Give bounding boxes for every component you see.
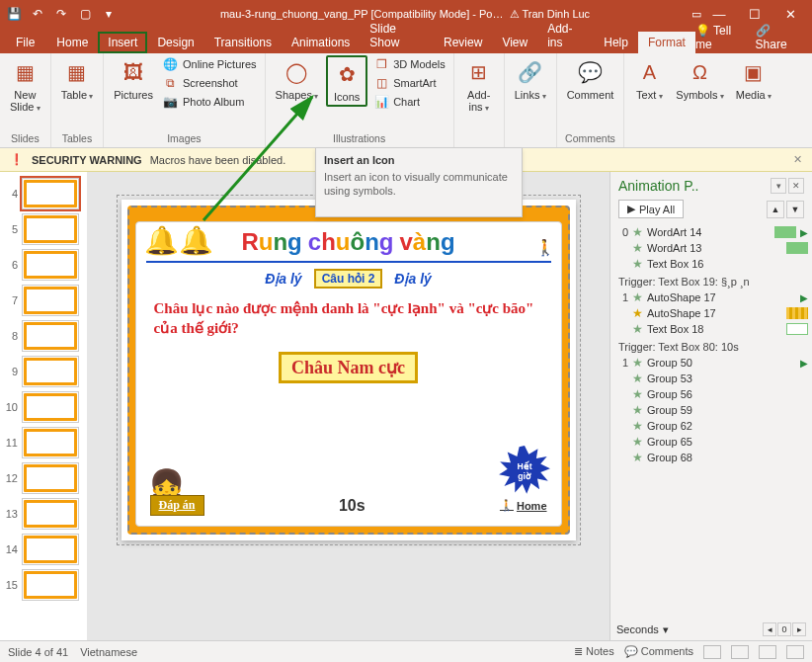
slide-divider (146, 261, 551, 263)
thumbnail-slide-14[interactable]: 14 (0, 532, 87, 567)
thumbnail-slide-11[interactable]: 11 (0, 425, 87, 460)
tab-addins[interactable]: Add-ins (537, 18, 594, 53)
screenshot-button[interactable]: ⧉Screenshot (161, 74, 259, 92)
thumbnail-slide-4[interactable]: 4 (0, 176, 87, 211)
addins-button[interactable]: ⊞Add- ins (460, 55, 498, 117)
new-slide-button[interactable]: ▦New Slide (6, 55, 44, 117)
text-button[interactable]: AText (630, 55, 668, 105)
undo-icon[interactable]: ↶ (28, 4, 47, 24)
icons-tooltip: Insert an Icon Insert an icon to visuall… (315, 148, 523, 217)
animation-item[interactable]: ★AutoShape 17 (618, 305, 808, 321)
3d-models-button[interactable]: ❒3D Models (371, 55, 447, 73)
group-label-text (630, 130, 775, 147)
thumbnail-slide-15[interactable]: 15 (0, 567, 87, 603)
thumbnail-slide-9[interactable]: 9 (0, 354, 87, 389)
slideshow-view-button[interactable] (786, 645, 804, 659)
links-button[interactable]: 🔗Links (511, 55, 550, 105)
icons-button[interactable]: ✿Icons (326, 55, 367, 107)
notes-button[interactable]: ≣ Notes (574, 645, 614, 658)
animation-item[interactable]: 0★WordArt 14▶ (618, 224, 808, 240)
tab-home[interactable]: Home (46, 32, 98, 53)
animation-item[interactable]: ★Group 62 (618, 418, 808, 434)
svg-text:Hết: Hết (517, 460, 531, 471)
reading-view-button[interactable] (759, 645, 776, 659)
time-up-starburst: Hết giờ (498, 445, 551, 498)
slide-canvas[interactable]: 🔔🔔 🚶 Rung chuông vàng Địa lý Câu hỏi 2 Đ… (122, 200, 576, 540)
ribbon-display-icon[interactable]: ▭ (691, 8, 701, 21)
group-label-tables: Tables (57, 130, 98, 147)
sorter-view-button[interactable] (731, 645, 749, 659)
tab-file[interactable]: File (4, 32, 46, 53)
photo-album-button[interactable]: 📷Photo Album (161, 93, 259, 111)
move-down-button[interactable]: ▼ (786, 201, 804, 218)
thumbnail-slide-5[interactable]: 5 (0, 211, 87, 247)
security-warning-label: SECURITY WARNING (32, 154, 142, 166)
thumbnail-slide-12[interactable]: 12 (0, 460, 87, 496)
qat-more-icon[interactable]: ▾ (99, 4, 119, 24)
animation-item[interactable]: 1★Group 50▶ (618, 355, 808, 371)
slide-footer: Đáp án 10s 🚶Home (150, 495, 547, 516)
animation-list[interactable]: 0★WordArt 14▶★WordArt 13★Text Box 16Trig… (610, 222, 812, 619)
tell-me-button[interactable]: 💡 Tell me (695, 24, 746, 51)
tl-next[interactable]: ▸ (792, 622, 806, 636)
table-button[interactable]: ▦Table (57, 55, 98, 105)
thumbnail-slide-13[interactable]: 13 (0, 496, 87, 532)
animation-item[interactable]: ★Text Box 16 (618, 256, 808, 272)
animation-item[interactable]: ★WordArt 13 (618, 240, 808, 256)
tab-format[interactable]: Format (638, 32, 695, 53)
tab-design[interactable]: Design (147, 32, 203, 53)
symbols-button[interactable]: ΩSymbols (672, 55, 727, 105)
tab-insert[interactable]: Insert (98, 32, 147, 53)
chart-button[interactable]: 📊Chart (371, 93, 447, 111)
redo-icon[interactable]: ↷ (51, 4, 71, 24)
media-button[interactable]: ▣Media (732, 55, 775, 105)
animation-item[interactable]: ★Group 68 (618, 450, 808, 465)
comments-button[interactable]: 💬 Comments (624, 645, 693, 658)
security-close-button[interactable]: ✕ (793, 153, 802, 166)
online-pictures-button[interactable]: 🌐Online Pictures (161, 55, 259, 73)
tab-view[interactable]: View (492, 32, 537, 53)
tab-transitions[interactable]: Transitions (204, 32, 282, 53)
animation-item[interactable]: ★Group 59 (618, 402, 808, 418)
smartart-button[interactable]: ◫SmartArt (371, 74, 447, 92)
animation-item[interactable]: 1★AutoShape 17▶ (618, 290, 808, 305)
tl-prev[interactable]: ◂ (763, 622, 776, 636)
thumbnail-slide-10[interactable]: 10 (0, 389, 87, 425)
pictures-button[interactable]: 🖼Pictures (110, 55, 157, 103)
animation-item[interactable]: ★Group 56 (618, 386, 808, 402)
slide-subtitle: Địa lý Câu hỏi 2 Địa lý (136, 269, 561, 289)
slide-editor[interactable]: 🔔🔔 🚶 Rung chuông vàng Địa lý Câu hỏi 2 Đ… (87, 172, 609, 640)
thumbnail-slide-7[interactable]: 7 (0, 283, 87, 318)
group-label-images: Images (110, 130, 258, 147)
slideshow-icon[interactable]: ▢ (75, 4, 95, 24)
language-indicator[interactable]: Vietnamese (80, 646, 137, 658)
animation-timeline-footer: Seconds ▾ ◂0▸ (610, 619, 812, 640)
tab-animations[interactable]: Animations (282, 32, 360, 53)
tab-help[interactable]: Help (594, 32, 638, 53)
normal-view-button[interactable] (703, 645, 721, 659)
share-button[interactable]: 🔗 Share (756, 24, 800, 51)
slide-counter[interactable]: Slide 4 of 41 (8, 646, 68, 658)
group-images: 🖼Pictures 🌐Online Pictures ⧉Screenshot 📷… (104, 53, 265, 147)
tab-review[interactable]: Review (434, 32, 492, 53)
save-icon[interactable]: 💾 (4, 4, 24, 24)
pane-close-button[interactable]: ✕ (788, 178, 804, 194)
tab-slideshow[interactable]: Slide Show (360, 18, 434, 53)
security-warning-bar: ❗ SECURITY WARNING Macros have been disa… (0, 148, 812, 172)
comment-button[interactable]: 💬Comment (563, 55, 618, 103)
stickman-icon: 🚶 (535, 238, 555, 257)
shapes-button[interactable]: ◯Shapes (272, 55, 323, 105)
animation-item[interactable]: ★Group 53 (618, 371, 808, 386)
pane-options-button[interactable]: ▾ (771, 178, 786, 194)
animation-item[interactable]: ★Text Box 18 (618, 321, 808, 337)
home-button[interactable]: 🚶Home (500, 499, 547, 512)
animation-item[interactable]: ★Group 65 (618, 434, 808, 450)
quick-access-toolbar: 💾 ↶ ↷ ▢ ▾ (4, 4, 119, 24)
slide-thumbnails[interactable]: 456789101112131415 (0, 172, 87, 640)
thumbnail-slide-8[interactable]: 8 (0, 318, 87, 354)
play-all-button[interactable]: ▶ Play All (618, 200, 684, 218)
move-up-button[interactable]: ▲ (767, 201, 784, 218)
thumbnail-slide-6[interactable]: 6 (0, 247, 87, 283)
answer-button[interactable]: Đáp án (150, 495, 204, 516)
bells-icon: 🔔🔔 (144, 224, 213, 257)
